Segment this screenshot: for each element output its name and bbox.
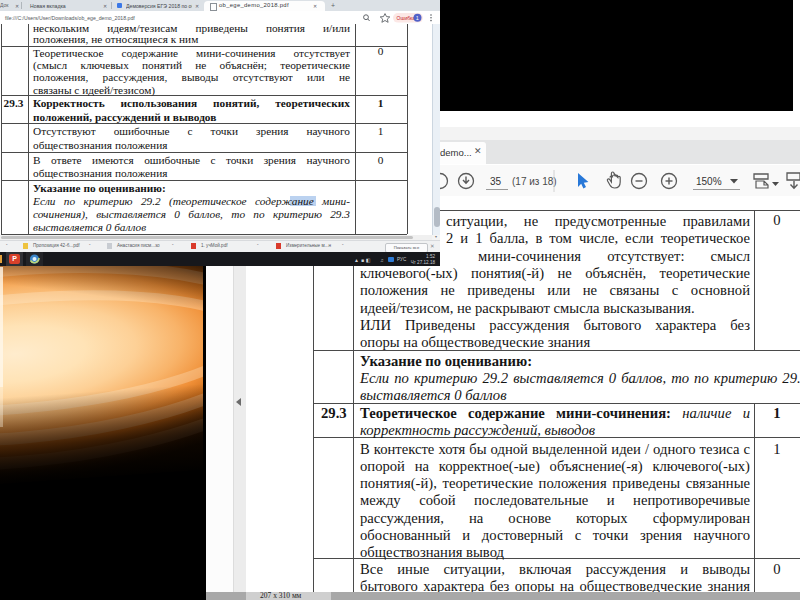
svg-text:150%: 150% — [696, 176, 722, 187]
svg-text:Ошибка: Ошибка — [397, 15, 416, 21]
svg-text:1: 1 — [416, 15, 419, 21]
svg-text:(17 из 18): (17 из 18) — [512, 176, 557, 187]
svg-text:35: 35 — [490, 176, 502, 187]
